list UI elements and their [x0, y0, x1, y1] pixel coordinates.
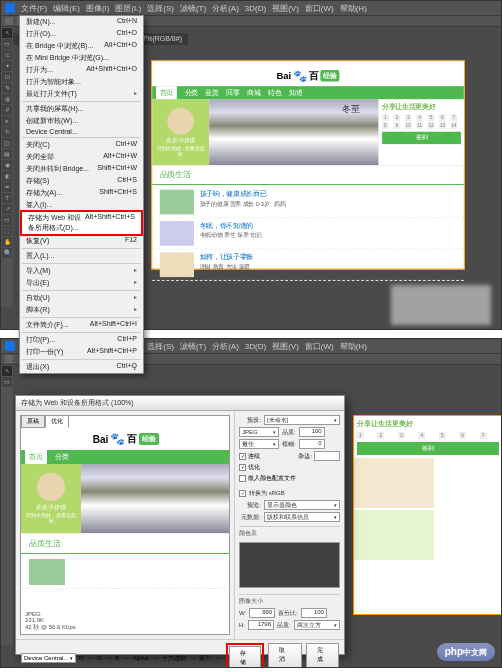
nav-category[interactable]: 分类 [185, 88, 198, 98]
menu-automate[interactable]: 自动(U) [20, 292, 143, 304]
menu-layer[interactable]: 图层(L) [115, 3, 141, 14]
move-tool[interactable]: ↖ [2, 366, 12, 376]
format-select[interactable]: JPEG [239, 427, 279, 437]
srgb-checkbox[interactable]: ✓ [239, 490, 246, 497]
embed-profile-checkbox[interactable] [239, 475, 246, 482]
menu-close-bridge[interactable]: 关闭并转到 Bridge...Shift+Ctrl+W [20, 163, 143, 175]
signin-button[interactable]: 签到 [357, 442, 499, 455]
matte-color[interactable] [314, 451, 340, 461]
menu-print-one[interactable]: 打印一份(Y)Alt+Shift+Ctrl+P [20, 346, 143, 358]
width-input[interactable]: 880 [249, 608, 275, 618]
list-item[interactable]: 孩子响，健康成长而已 孩子的健康 营养 成长 0-3岁 · 妈妈 [152, 187, 464, 218]
menu-open-smart[interactable]: 打开为智能对象... [20, 76, 143, 88]
height-input[interactable]: 1798 [248, 620, 274, 630]
menu-file-info[interactable]: 文件简介(F)...Alt+Shift+Ctrl+I [20, 319, 143, 331]
menu-view[interactable]: 视图(V) [272, 3, 299, 14]
type-tool[interactable]: T [2, 193, 12, 203]
menu-file[interactable]: 文件(F) [21, 3, 47, 14]
done-button[interactable]: 完成 [306, 643, 339, 667]
history-brush-tool[interactable]: ↻ [2, 127, 12, 137]
percent-input[interactable]: 100 [301, 608, 327, 618]
cancel-button[interactable]: 取消 [268, 643, 301, 667]
menu-print[interactable]: 打印(P)...Ctrl+P [20, 334, 143, 346]
menu-scripts[interactable]: 脚本(R) [20, 304, 143, 316]
3d-tool[interactable]: ⬚ [2, 226, 12, 236]
eyedropper-tool[interactable]: ✎ [2, 83, 12, 93]
color-table[interactable] [239, 542, 340, 588]
eraser-tool[interactable]: ◫ [2, 138, 12, 148]
menu-3d[interactable]: 3D(D) [245, 342, 266, 351]
shape-tool[interactable]: ▭ [2, 215, 12, 225]
menu-new[interactable]: 新建(N)...Ctrl+N [20, 16, 143, 28]
list-item[interactable]: 如何，让孩子零账 理财 教育 方法 家庭 [152, 250, 464, 281]
blur-tool[interactable]: ◉ [2, 160, 12, 170]
menu-select[interactable]: 选择(S) [147, 341, 174, 352]
menu-new-review[interactable]: 创建新审核(W)... [20, 115, 143, 127]
menu-window[interactable]: 窗口(W) [305, 341, 334, 352]
nav-feature[interactable]: 特色 [268, 88, 281, 98]
quality-input[interactable]: 100 [299, 427, 325, 437]
menu-save-for-web[interactable]: 存储为 Web 和设备所用格式(D)...Alt+Shift+Ctrl+S [22, 212, 141, 234]
gradient-tool[interactable]: ▤ [2, 149, 12, 159]
menu-select[interactable]: 选择(S) [147, 3, 174, 14]
tool-preset-icon[interactable] [5, 355, 13, 363]
optimized-checkbox[interactable]: ✓ [239, 464, 246, 471]
menu-recent[interactable]: 最近打开文件(T) [20, 88, 143, 100]
path-tool[interactable]: ↗ [2, 204, 12, 214]
heal-tool[interactable]: ◍ [2, 94, 12, 104]
save-button[interactable]: 存储 [229, 646, 261, 667]
tab-optimized[interactable]: 优化 [45, 415, 69, 428]
menu-mini-bridge[interactable]: 在 Mini Bridge 中浏览(G)... [20, 52, 143, 64]
menu-edit[interactable]: 编辑(E) [53, 3, 80, 14]
dodge-tool[interactable]: ◐ [2, 171, 12, 181]
menu-analysis[interactable]: 分析(A) [212, 341, 239, 352]
move-tool[interactable]: ↖ [2, 28, 12, 38]
menu-help[interactable]: 帮助(H) [340, 3, 367, 14]
menu-filter[interactable]: 滤镜(T) [180, 3, 206, 14]
menu-close-all[interactable]: 关闭全部Alt+Ctrl+W [20, 151, 143, 163]
progressive-checkbox[interactable]: ✓ [239, 453, 246, 460]
wand-tool[interactable]: ✦ [2, 61, 12, 71]
menu-open[interactable]: 打开(O)...Ctrl+O [20, 28, 143, 40]
menu-image[interactable]: 图像(I) [86, 3, 110, 14]
preset-select[interactable]: [未命名] [264, 415, 340, 425]
menu-open-as[interactable]: 打开为...Alt+Shift+Ctrl+O [20, 64, 143, 76]
lasso-tool[interactable]: ⊂ [2, 50, 12, 60]
preview-select[interactable]: 显示器颜色 [264, 500, 340, 510]
menu-share-screen[interactable]: 共享我的屏幕(H)... [20, 103, 143, 115]
menu-import[interactable]: 导入(M) [20, 265, 143, 277]
menu-exit[interactable]: 退出(X)Ctrl+Q [20, 361, 143, 373]
brush-tool[interactable]: ✐ [2, 105, 12, 115]
blur-input[interactable]: 0 [299, 439, 325, 449]
quality-level-select[interactable]: 最佳 [239, 439, 279, 449]
menu-window[interactable]: 窗口(W) [305, 3, 334, 14]
nav-mall[interactable]: 商城 [247, 88, 260, 98]
menu-save-as[interactable]: 存储为(A)...Shift+Ctrl+S [20, 187, 143, 199]
hand-tool[interactable]: ✋ [2, 237, 12, 247]
resample-select[interactable]: 两次立方 [294, 620, 340, 630]
menu-export[interactable]: 导出(E) [20, 277, 143, 289]
marquee-tool[interactable]: ▭ [2, 39, 12, 49]
nav-bounty[interactable]: 悬赏 [205, 88, 218, 98]
signin-button[interactable]: 签到 [382, 132, 461, 144]
menu-view[interactable]: 视图(V) [272, 341, 299, 352]
list-item[interactable]: 冬眠，你不知道的 冬眠动物 养生 保养 知识 [152, 218, 464, 249]
stamp-tool[interactable]: ⎈ [2, 116, 12, 126]
pen-tool[interactable]: ✒ [2, 182, 12, 192]
menu-3d[interactable]: 3D(D) [245, 4, 266, 13]
menu-device-central[interactable]: Device Central... [20, 127, 143, 136]
nav-home[interactable]: 首页 [156, 86, 177, 99]
crop-tool[interactable]: ⊡ [2, 72, 12, 82]
nav-share[interactable]: 回享 [226, 88, 239, 98]
menu-help[interactable]: 帮助(H) [340, 341, 367, 352]
menu-save[interactable]: 存储(S)Ctrl+S [20, 175, 143, 187]
zoom-tool[interactable]: 🔍 [2, 248, 12, 258]
menu-analysis[interactable]: 分析(A) [212, 3, 239, 14]
metadata-select[interactable]: 版权和联系信息 [264, 512, 340, 522]
preview-content[interactable]: Bai🐾百 经验 首页 分类 走走小 [21, 428, 229, 634]
marquee-tool[interactable]: ▭ [2, 377, 12, 387]
device-central-button[interactable]: Device Central... [21, 653, 76, 663]
menu-revert[interactable]: 恢复(V)F12 [20, 235, 143, 247]
menu-browse-bridge[interactable]: 在 Bridge 中浏览(B)...Alt+Ctrl+O [20, 40, 143, 52]
menu-close[interactable]: 关闭(C)Ctrl+W [20, 139, 143, 151]
